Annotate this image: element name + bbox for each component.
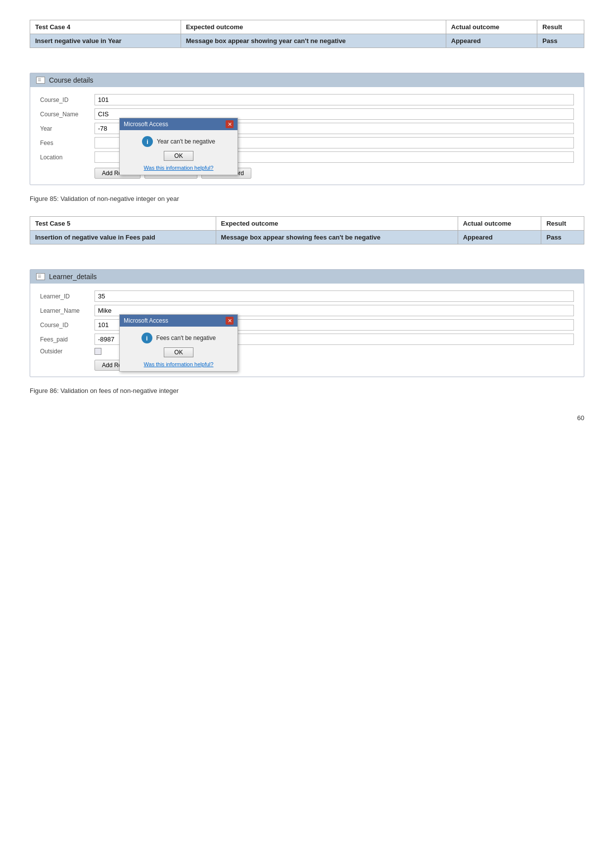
tc5-expected: Message box appear showing fees can't be… [216,231,458,244]
learner-details-header: Learner_details [30,270,584,284]
label-location: Location [40,154,94,161]
label-learner-course-id: Course_ID [40,322,94,329]
learner-details-panel: Learner_details Learner_ID Learner_Name … [30,269,584,377]
ms-dialog-1-message: Year can't be negative [157,138,215,145]
tc5-header-0: Test Case 5 [30,217,216,231]
ms-dialog-1-ok[interactable]: OK [164,151,193,161]
table-row: Insert negative value in Year Message bo… [30,34,584,48]
tc4-result: Pass [537,34,584,48]
label-course-name: Course_Name [40,111,94,118]
ms-dialog-2-message: Fees can't be negative [156,335,216,341]
course-details-header: Course details [30,73,584,87]
ms-dialog-1-content: i Year can't be negative [142,136,215,147]
info-icon-2: i [142,333,152,343]
label-year: Year [40,125,94,132]
tc5-test: Insertion of negative value in Fees paid [30,231,216,244]
tc5-result: Pass [541,231,584,244]
learner-details-body: Learner_ID Learner_Name Course_ID Micros… [30,284,584,377]
label-learner-id: Learner_ID [40,293,94,300]
panel-icon-2 [36,273,45,280]
form-row-year: Year Microsoft Access ✕ i Year can't be … [40,123,574,134]
label-course-id: Course_ID [40,96,94,103]
input-course-id[interactable] [94,94,574,105]
page-number: 60 [30,414,584,422]
course-details-title: Course details [49,76,94,84]
test-case-4-table: Test Case 4 Expected outcome Actual outc… [30,20,584,48]
info-icon-1: i [142,136,153,147]
ms-dialog-2-body: i Fees can't be negative OK Was this inf… [120,327,237,371]
label-outsider: Outsider [40,348,94,355]
test-case-5-table: Test Case 5 Expected outcome Actual outc… [30,216,584,244]
ms-dialog-2-close[interactable]: ✕ [226,317,234,325]
panel-icon [36,77,45,84]
label-fees: Fees [40,140,94,146]
form-row-learner-course-id: Course_ID Microsoft Access ✕ i Fees can'… [40,319,574,331]
ms-dialog-1: Microsoft Access ✕ i Year can't be negat… [119,118,238,175]
ms-dialog-2: Microsoft Access ✕ i Fees can't be negat… [119,314,238,372]
ms-dialog-2-ok[interactable]: OK [164,347,193,357]
tc4-header-2: Actual outcome [446,20,537,34]
ms-dialog-1-body: i Year can't be negative OK Was this inf… [120,130,237,175]
tc5-actual: Appeared [458,231,541,244]
label-fees-paid: Fees_paid [40,336,94,343]
course-details-body: Course_ID Course_Name Year Microsoft Acc… [30,87,584,185]
tc4-test: Insert negative value in Year [30,34,181,48]
tc5-header-1: Expected outcome [216,217,458,231]
ms-dialog-1-helpful[interactable]: Was this information helpful? [144,165,214,171]
outsider-checkbox[interactable] [94,348,101,355]
tc4-expected: Message box appear showing year can't ne… [181,34,446,48]
course-details-panel: Course details Course_ID Course_Name Yea… [30,73,584,185]
tc4-header-1: Expected outcome [181,20,446,34]
figure-86: Figure 86: Validation on fees of non-neg… [30,387,584,394]
ms-dialog-2-helpful[interactable]: Was this information helpful? [144,361,214,367]
figure-85: Figure 85: Validation of non-negative in… [30,195,584,202]
tc5-header-3: Result [541,217,584,231]
input-learner-id[interactable] [94,290,574,302]
ms-dialog-2-content: i Fees can't be negative [142,333,216,343]
ms-dialog-1-close[interactable]: ✕ [226,120,234,128]
label-learner-name: Learner_Name [40,307,94,314]
tc5-header-2: Actual outcome [458,217,541,231]
learner-details-title: Learner_details [49,273,97,281]
form-row-learner-id: Learner_ID [40,290,574,302]
tc4-header-0: Test Case 4 [30,20,181,34]
tc4-actual: Appeared [446,34,537,48]
ms-dialog-2-title: Microsoft Access ✕ [120,315,237,327]
form-row-course-id: Course_ID [40,94,574,105]
ms-dialog-1-title: Microsoft Access ✕ [120,118,237,130]
tc4-header-3: Result [537,20,584,34]
table-row: Insertion of negative value in Fees paid… [30,231,584,244]
